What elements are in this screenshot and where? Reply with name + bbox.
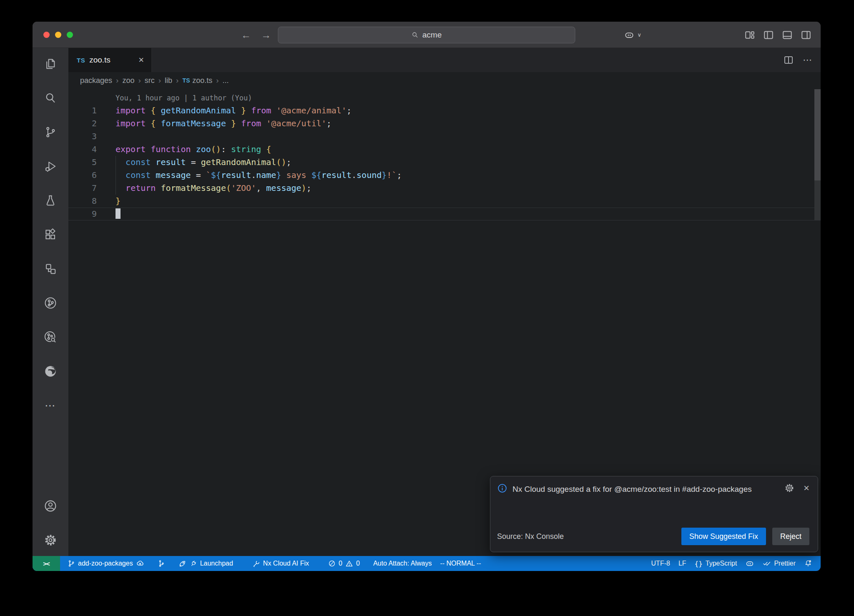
command-center-search[interactable]: acme — [278, 27, 575, 43]
customize-layout-icon[interactable] — [744, 30, 755, 40]
breadcrumb-item[interactable]: src — [145, 76, 155, 85]
tab-zoo-ts[interactable]: TS zoo.ts × — [68, 48, 152, 72]
toggle-panel-icon[interactable] — [782, 30, 793, 40]
history-navigation: ← → — [241, 22, 271, 48]
zoom-window-button[interactable] — [67, 32, 73, 38]
gitlens-icon[interactable] — [40, 293, 60, 313]
close-tab-icon[interactable]: × — [138, 55, 144, 65]
code-line[interactable]: 5 const result = getRandomAnimal(); — [68, 156, 821, 169]
nx-fix-label: Nx Cloud AI Fix — [263, 560, 309, 567]
breadcrumb-item[interactable]: zoo — [122, 76, 134, 85]
editor-scrollbar[interactable] — [814, 89, 821, 180]
encoding-status[interactable]: UTF-8 — [647, 556, 674, 571]
code-line[interactable]: 8} — [68, 195, 821, 208]
auto-attach-status[interactable]: Auto Attach: Always — [369, 556, 436, 571]
notification-toast: Nx Cloud suggested a fix for @acme/zoo:t… — [490, 476, 818, 552]
minimize-window-button[interactable] — [55, 32, 61, 38]
show-suggested-fix-button[interactable]: Show Suggested Fix — [681, 528, 766, 545]
reject-button[interactable]: Reject — [772, 528, 809, 545]
more-actions-icon[interactable]: ⋯ — [803, 55, 812, 65]
copilot-menu[interactable]: ∨ — [624, 22, 641, 48]
breadcrumb-separator-icon: › — [116, 76, 118, 85]
code-line[interactable]: 7 return formatMessage('ZOO', message); — [68, 182, 821, 195]
tab-label: zoo.ts — [89, 55, 111, 65]
launchpad-label: Launchpad — [200, 560, 233, 567]
info-icon — [497, 483, 507, 493]
formatter-status[interactable]: Prettier — [759, 556, 800, 571]
split-editor-icon[interactable] — [784, 55, 794, 65]
forward-icon[interactable]: → — [261, 29, 271, 41]
copilot-status[interactable] — [741, 556, 759, 571]
testing-icon[interactable] — [40, 190, 60, 210]
problems-status[interactable]: 0 0 — [324, 556, 364, 571]
breadcrumb-separator-icon: › — [216, 76, 219, 85]
error-count: 0 — [339, 560, 342, 567]
remote-indicator[interactable]: >< — [33, 556, 60, 571]
settings-gear-icon[interactable] — [40, 530, 60, 550]
gitlens-commit-graph-button[interactable] — [153, 556, 169, 571]
breadcrumb-separator-icon: › — [138, 76, 141, 85]
braces-icon: {} — [695, 560, 703, 568]
line-number: 4 — [68, 143, 97, 156]
toggle-secondary-sidebar-icon[interactable] — [801, 30, 811, 40]
launchpad-button[interactable]: Launchpad — [174, 556, 237, 571]
breadcrumb-item[interactable]: lib — [165, 76, 172, 85]
additional-views-icon[interactable]: ⋯ — [40, 396, 60, 416]
notification-settings-gear-icon[interactable] — [784, 483, 794, 493]
code-line[interactable]: 2import { formatMessage } from '@acme/ut… — [68, 117, 821, 130]
layout-controls — [744, 22, 811, 48]
run-and-debug-icon[interactable] — [40, 156, 60, 176]
status-bar: >< add-zoo-packages Launchpad Nx Cloud A… — [33, 556, 821, 571]
search-icon[interactable] — [40, 88, 60, 108]
breadcrumb-separator-icon: › — [158, 76, 161, 85]
rocket-icon — [178, 560, 186, 568]
breadcrumb-item[interactable]: ... — [222, 76, 229, 85]
edge-tools-icon[interactable] — [40, 361, 60, 381]
line-number: 7 — [68, 182, 97, 195]
explorer-icon[interactable] — [40, 54, 60, 74]
notifications-bell[interactable] — [800, 556, 816, 571]
editor-actions: ⋯ — [784, 48, 821, 72]
breadcrumb-item[interactable]: packages — [80, 76, 112, 85]
breadcrumb-item[interactable]: TSzoo.ts — [182, 76, 212, 85]
bell-icon — [804, 559, 812, 568]
line-number: 6 — [68, 169, 97, 182]
extensions-icon[interactable] — [40, 225, 60, 245]
line-number: 2 — [68, 117, 97, 130]
gitlens-inspect-icon[interactable] — [40, 327, 60, 347]
breadcrumb-separator-icon: › — [176, 76, 178, 85]
language-status[interactable]: {} TypeScript — [691, 556, 741, 571]
notification-message: Nx Cloud suggested a fix for @acme/zoo:t… — [512, 483, 770, 496]
code-line[interactable]: 3 — [68, 130, 821, 143]
warnings-icon — [345, 560, 353, 568]
notification-source: Source: Nx Console — [497, 532, 564, 541]
search-icon — [412, 31, 419, 39]
code-line[interactable]: 4export function zoo(): string { — [68, 143, 821, 156]
wrench-icon — [252, 560, 260, 568]
line-number: 8 — [68, 195, 97, 208]
notification-close-icon[interactable]: × — [804, 483, 809, 493]
nx-cloud-ai-fix-button[interactable]: Nx Cloud AI Fix — [248, 556, 313, 571]
nx-console-icon[interactable] — [40, 259, 60, 279]
code-line[interactable]: 6 const message = `${result.name} says $… — [68, 169, 821, 182]
code-line[interactable]: 9 — [68, 208, 821, 220]
copilot-icon — [624, 30, 635, 40]
branch-name: add-zoo-packages — [78, 560, 133, 567]
eol-status[interactable]: LF — [674, 556, 691, 571]
commit-graph-icon — [158, 560, 165, 567]
errors-icon — [328, 560, 336, 567]
typescript-file-icon: TS — [182, 77, 190, 84]
account-icon[interactable] — [40, 496, 60, 516]
code-line[interactable]: You, 1 hour ago | 1 author (You) — [68, 91, 821, 104]
gitlens-blame-annotation: You, 1 hour ago | 1 author (You) — [116, 94, 252, 102]
source-control-icon[interactable] — [40, 122, 60, 142]
close-window-button[interactable] — [43, 32, 50, 38]
title-bar: ← → acme ∨ — [33, 22, 821, 48]
code-line[interactable]: 1import { getRandomAnimal } from '@acme/… — [68, 104, 821, 117]
copilot-icon — [745, 559, 754, 568]
breadcrumb: packages›zoo›src›lib›TSzoo.ts›... — [68, 72, 821, 89]
toggle-primary-sidebar-icon[interactable] — [763, 30, 774, 40]
git-branch-status[interactable]: add-zoo-packages — [63, 556, 148, 571]
vim-mode-status[interactable]: -- NORMAL -- — [436, 556, 485, 571]
back-icon[interactable]: ← — [241, 29, 251, 41]
